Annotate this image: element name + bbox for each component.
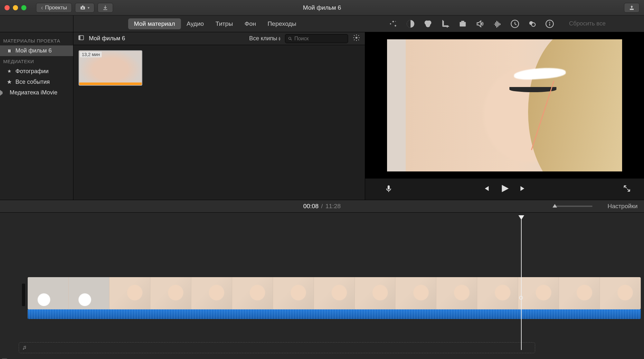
svg-rect-5 [460, 22, 466, 26]
titlebar: ‹ Проекты ▾ Мой фильм 6 [0, 0, 644, 15]
color-correction-icon[interactable] [423, 19, 432, 28]
svg-rect-6 [461, 21, 464, 22]
svg-rect-20 [388, 185, 390, 189]
timeline-frame [69, 277, 109, 309]
media-browser-header: Мой фильм 6 Все клипы ▴▾ [73, 32, 365, 45]
reset-all-button[interactable]: Сбросить все [569, 20, 605, 27]
enhance-icon[interactable] [389, 19, 398, 28]
sidebar-item-project[interactable]: Мой фильм 6 [0, 45, 73, 56]
sidebar-photos-label: Фотографии [15, 68, 49, 75]
search-field[interactable] [285, 34, 348, 43]
audio-waveform[interactable] [28, 309, 641, 319]
download-button[interactable] [98, 3, 113, 13]
volume-icon[interactable] [476, 19, 485, 28]
background-music-track[interactable] [19, 342, 535, 353]
viewer-panel [365, 32, 644, 200]
music-note-icon [22, 345, 27, 350]
window-title: Мой фильм 6 [303, 4, 341, 11]
noise-reduction-icon[interactable] [493, 19, 502, 28]
sidebar: МАТЕРИАЛЫ ПРОЕКТА Мой фильм 6 МЕДИАТЕКИ … [0, 32, 73, 200]
sidebar-imovie-label: Медиатека iMovie [10, 89, 57, 96]
timeline-frame [518, 277, 559, 309]
preview-image [387, 39, 622, 171]
clip-duration-badge: 13,2 мин [80, 52, 102, 57]
media-clip-thumbnail[interactable]: 13,2 мин [79, 50, 142, 86]
fullscreen-button[interactable] [623, 184, 631, 194]
timeline-zoom-slider[interactable] [554, 206, 592, 207]
timeline-frame [559, 277, 600, 309]
maximize-window-button[interactable] [21, 5, 26, 10]
search-input[interactable] [294, 36, 345, 42]
sidebar-allevents-label: Все события [15, 79, 50, 85]
timeline-frame [232, 277, 273, 309]
content-tabs: Мой материал Аудио Титры Фон Переходы [73, 18, 357, 29]
sidebar-item-imovie-library[interactable]: Медиатека iMovie [0, 87, 73, 98]
svg-rect-15 [11, 49, 12, 52]
tab-my-media[interactable]: Мой материал [128, 18, 181, 29]
timeline-frame [28, 277, 69, 309]
voiceover-button[interactable] [384, 184, 393, 194]
media-browser-body[interactable]: 13,2 мин [73, 45, 365, 200]
sidebar-heading-libraries: МЕДИАТЕКИ [0, 56, 73, 66]
playhead-marker-icon [519, 296, 523, 300]
clip-trim-handle[interactable] [22, 284, 25, 306]
tab-transitions[interactable]: Переходы [262, 18, 302, 29]
play-button[interactable] [499, 183, 510, 196]
media-browser: Мой фильм 6 Все клипы ▴▾ 13,2 мин [73, 32, 365, 200]
playhead[interactable] [521, 216, 522, 350]
tab-strip: Мой материал Аудио Титры Фон Переходы Сб… [0, 15, 644, 32]
svg-point-19 [355, 37, 357, 39]
current-time: 00:08 [303, 203, 319, 210]
speed-icon[interactable] [510, 19, 519, 28]
sidebar-item-photos[interactable]: Фотографии [0, 66, 73, 77]
clip-filter-icon[interactable] [528, 19, 537, 28]
clip-filter-dropdown[interactable]: Все клипы ▴▾ [249, 35, 280, 42]
sidebar-project-label: Мой фильм 6 [15, 47, 52, 54]
timeline-frame [314, 277, 355, 309]
timeline-frame [355, 277, 396, 309]
next-frame-button[interactable] [519, 184, 527, 194]
svg-point-9 [532, 23, 535, 26]
sidebar-heading-projects: МАТЕРИАЛЫ ПРОЕКТА [0, 35, 73, 45]
timeline[interactable] [0, 213, 644, 359]
prev-frame-button[interactable] [482, 184, 490, 194]
tab-audio[interactable]: Аудио [181, 18, 210, 29]
stabilization-icon[interactable] [458, 19, 467, 28]
info-icon[interactable] [545, 19, 554, 28]
import-media-button[interactable]: ▾ [75, 3, 94, 13]
toggle-sidebar-button[interactable] [78, 34, 84, 43]
svg-point-11 [549, 22, 551, 23]
svg-rect-17 [79, 35, 80, 40]
browser-settings-button[interactable] [353, 34, 360, 43]
timeline-frame [600, 277, 641, 309]
minimize-window-button[interactable] [13, 5, 18, 10]
svg-point-18 [289, 37, 291, 39]
tab-backgrounds[interactable]: Фон [239, 18, 262, 29]
svg-point-4 [426, 23, 430, 27]
timeline-frame [477, 277, 518, 309]
svg-rect-12 [549, 23, 550, 25]
viewer-tools: Сбросить все [357, 19, 644, 28]
color-balance-icon[interactable] [406, 19, 415, 28]
crop-icon[interactable] [441, 19, 450, 28]
timeline-settings-button[interactable]: Настройки [608, 203, 638, 210]
window-controls [5, 5, 26, 10]
timeline-info-bar: 00:08 / 11:28 Настройки [0, 200, 644, 213]
svg-rect-14 [7, 49, 8, 52]
browser-title: Мой фильм 6 [89, 35, 125, 42]
total-time: 11:28 [326, 203, 341, 210]
timeline-frame [395, 277, 436, 309]
disclosure-triangle-icon[interactable] [0, 90, 6, 96]
projects-back-button[interactable]: ‹ Проекты [36, 3, 72, 13]
sidebar-item-all-events[interactable]: Все события [0, 77, 73, 87]
viewer-frame[interactable] [365, 32, 644, 179]
video-track-clip[interactable] [28, 277, 641, 309]
timeline-frame [436, 277, 477, 309]
search-icon [288, 36, 292, 41]
time-separator: / [321, 203, 323, 210]
close-window-button[interactable] [5, 5, 10, 10]
timeline-frame [191, 277, 232, 309]
tab-titles[interactable]: Титры [210, 18, 239, 29]
playback-controls [365, 179, 644, 200]
share-button[interactable] [624, 3, 639, 13]
